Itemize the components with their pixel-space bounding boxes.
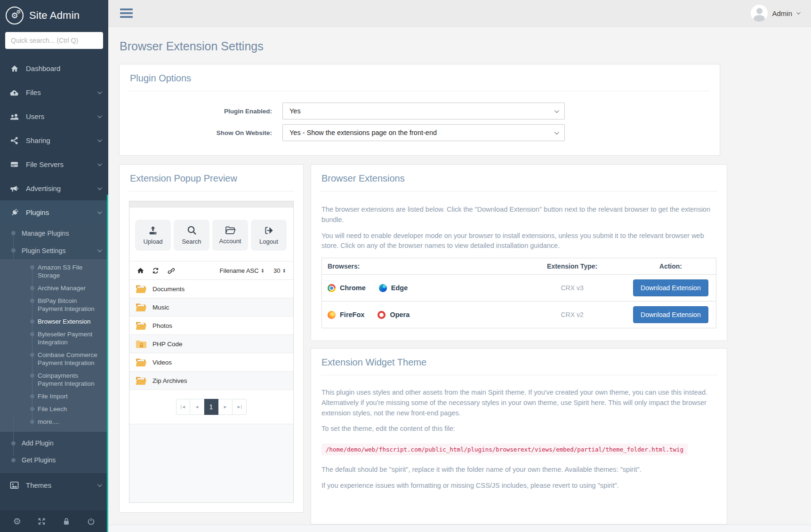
bullet-icon <box>11 458 16 462</box>
theme-paragraph-3: The default should be "spirit", replace … <box>321 465 716 475</box>
folder-icon <box>136 284 147 294</box>
sidebar-item-bitpay[interactable]: BitPay Bitcoin Payment Integration <box>0 294 108 315</box>
home-icon <box>9 64 20 73</box>
sidebar-item-label: Coinpayments Payment Integration <box>38 372 95 387</box>
sidebar-item-plugins[interactable]: Plugins <box>0 200 108 224</box>
popup-titlebar <box>129 201 293 207</box>
page-size-selector[interactable]: 30 ▲▼ <box>273 267 286 274</box>
sidebar-item-browser-extension[interactable]: Browser Extension <box>0 315 108 328</box>
sidebar-item-add-plugin[interactable]: Add Plugin <box>0 435 108 452</box>
upload-button[interactable]: Upload <box>135 220 171 251</box>
hamburger-menu-icon[interactable] <box>120 8 133 18</box>
plug-icon <box>9 208 20 217</box>
footer: Copyright © 2026 File Upload Script Crea… <box>108 524 811 532</box>
link-icon[interactable] <box>167 267 175 274</box>
sidebar-item-label: more.... <box>38 418 59 425</box>
browser-link-edge[interactable]: Edge <box>391 284 408 292</box>
bullet-icon <box>30 332 34 336</box>
page-title: Browser Extension Settings <box>120 40 800 53</box>
folder-name: Documents <box>153 286 185 293</box>
sidebar-item-advertising[interactable]: Advertising <box>0 176 108 200</box>
refresh-icon[interactable] <box>152 267 159 274</box>
sidebar-item-sharing[interactable]: Sharing <box>0 128 108 152</box>
browser-link-firefox[interactable]: FireFox <box>340 311 364 318</box>
chevron-down-icon <box>97 161 102 166</box>
sidebar-item-get-plugins[interactable]: Get Plugins <box>0 452 108 468</box>
sidebar-item-file-servers[interactable]: File Servers <box>0 152 108 176</box>
sort-selector[interactable]: Filename ASC ▲▼ <box>220 267 265 274</box>
sidebar-item-manage-plugins[interactable]: Manage Plugins <box>0 224 108 242</box>
extension-widget-theme-panel: Extension Widget Theme This plugin uses … <box>311 348 727 524</box>
power-icon[interactable] <box>84 514 98 528</box>
theme-paragraph-4: If you experience issues with formatting… <box>321 481 716 491</box>
browser-link-opera[interactable]: Opera <box>390 311 410 318</box>
lock-icon[interactable] <box>59 514 73 528</box>
popup-button-label: Search <box>182 238 201 245</box>
chrome-icon <box>328 284 336 292</box>
folder-row-music[interactable]: Music <box>129 298 293 317</box>
download-extension-button[interactable]: Download Extension <box>633 279 708 296</box>
sidebar-item-label: Get Plugins <box>22 456 56 464</box>
plugin-options-panel: Plugin Options Plugin Enabled: Yes Show … <box>119 64 720 156</box>
sidebar-item-dashboard[interactable]: Dashboard <box>0 56 108 80</box>
browser-link-chrome[interactable]: Chrome <box>340 284 366 292</box>
sidebar-item-themes[interactable]: Themes <box>0 473 108 497</box>
expand-icon[interactable] <box>35 514 49 528</box>
bullet-icon <box>30 265 34 270</box>
sidebar-item-file-import[interactable]: File Import <box>0 390 108 403</box>
brand[interactable]: ⚙⚙ Site Admin <box>0 0 108 29</box>
chevron-down-icon <box>796 10 800 14</box>
sidebar-item-archive-manager[interactable]: Archive Manager <box>0 282 108 294</box>
theme-paragraph-2: To set the theme, edit the content of th… <box>321 424 716 434</box>
sidebar-item-label: Manage Plugins <box>22 230 69 237</box>
folder-row-photos[interactable]: Photos <box>129 317 293 335</box>
extensions-table: Browsers: Extension Type: Action: <box>321 258 716 328</box>
folder-row-zip-archives[interactable]: Zip Archives <box>129 372 293 390</box>
sidebar-item-users[interactable]: Users <box>0 104 108 128</box>
sidebar-item-file-leech[interactable]: File Leech <box>0 403 108 415</box>
plugin-enabled-select[interactable]: Yes <box>282 103 565 119</box>
col-extension-type: Extension Type: <box>519 258 626 275</box>
next-page-button[interactable]: ► <box>218 399 233 415</box>
table-header-row: Browsers: Extension Type: Action: <box>322 258 716 275</box>
sidebar-item-byteseller[interactable]: Byteseller Payment Integration <box>0 328 108 349</box>
brand-title: Site Admin <box>29 9 80 22</box>
search-button[interactable]: Search <box>174 220 209 251</box>
edge-icon <box>379 284 387 292</box>
folder-name: PHP Code <box>153 341 183 348</box>
last-page-button[interactable]: ►| <box>233 399 247 415</box>
download-extension-button[interactable]: Download Extension <box>633 306 708 323</box>
popup-nav-buttons: Upload Search Account <box>129 207 293 261</box>
folder-row-php-code[interactable]: PHP Code <box>129 335 293 353</box>
home-icon[interactable] <box>137 267 144 274</box>
plugins-submenu-tail: Add Plugin Get Plugins <box>0 432 108 473</box>
search-icon <box>187 225 197 235</box>
show-on-website-select[interactable]: Yes - Show the extensions page on the fr… <box>282 124 565 141</box>
search-input[interactable] <box>5 32 103 49</box>
current-page-button[interactable]: 1 <box>204 399 218 415</box>
logout-button[interactable]: Logout <box>251 220 287 251</box>
chevron-down-icon <box>554 130 559 135</box>
folder-row-documents[interactable]: Documents <box>129 280 293 298</box>
sidebar-item-label: Sharing <box>26 136 97 144</box>
sidebar-item-amazon-s3[interactable]: Amazon S3 File Storage <box>0 261 108 282</box>
popup-toolbar-right: Filename ASC ▲▼ 30 ▲▼ <box>220 267 286 274</box>
users-icon <box>9 113 20 120</box>
sidebar-item-coinpayments[interactable]: Coinpayments Payment Integration <box>0 369 108 390</box>
account-button[interactable]: Account <box>212 220 248 251</box>
sidebar-item-files[interactable]: Files <box>0 80 108 104</box>
plugin-settings-children: Amazon S3 File Storage Archive Manager B… <box>0 259 108 432</box>
first-page-button[interactable]: |◄ <box>176 399 190 415</box>
gear-icon[interactable]: ⚙ <box>10 514 24 528</box>
sidebar-item-coinbase[interactable]: Coinbase Commerce Payment Integration <box>0 349 108 369</box>
table-row: FireFox Opera CRX v2 Download Extension <box>322 302 716 328</box>
sidebar-item-label: Amazon S3 File Storage <box>38 264 82 279</box>
folder-row-videos[interactable]: Videos <box>129 353 293 372</box>
chevron-down-icon <box>97 137 102 142</box>
sidebar-item-plugin-settings[interactable]: Plugin Settings <box>0 242 108 259</box>
panel-title: Extension Popup Preview <box>120 165 303 191</box>
sidebar-item-more[interactable]: more.... <box>0 415 108 428</box>
prev-page-button[interactable]: ◄ <box>190 399 204 415</box>
user-menu[interactable]: Admin <box>751 5 799 22</box>
sidebar-footer: ⚙ <box>0 510 108 532</box>
